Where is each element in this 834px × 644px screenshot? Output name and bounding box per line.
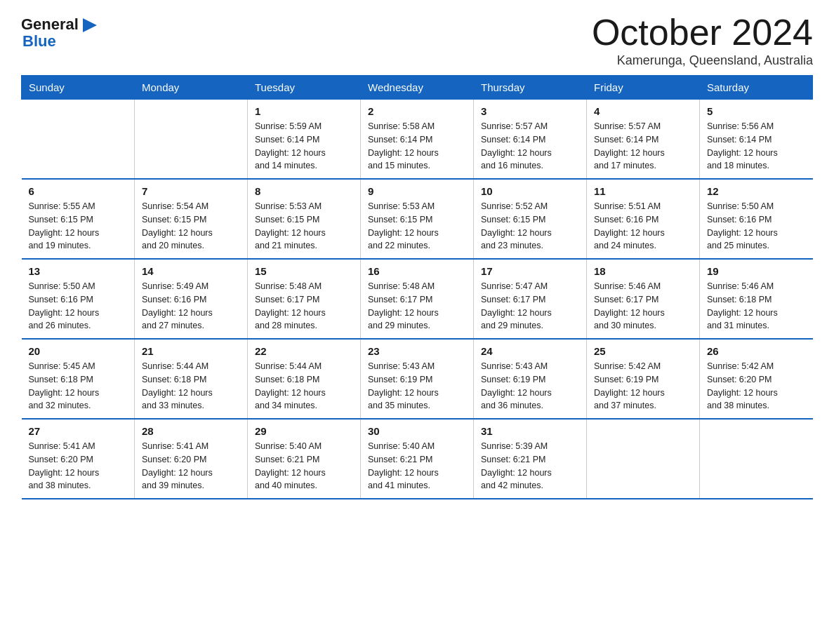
- calendar-week-3: 13Sunrise: 5:50 AMSunset: 6:16 PMDayligh…: [22, 259, 813, 339]
- day-info: Sunrise: 5:53 AMSunset: 6:15 PMDaylight:…: [368, 200, 466, 253]
- calendar-cell: 15Sunrise: 5:48 AMSunset: 6:17 PMDayligh…: [248, 259, 361, 339]
- calendar-cell: 7Sunrise: 5:54 AMSunset: 6:15 PMDaylight…: [135, 179, 248, 259]
- day-info: Sunrise: 5:55 AMSunset: 6:15 PMDaylight:…: [29, 200, 128, 253]
- calendar-week-4: 20Sunrise: 5:45 AMSunset: 6:18 PMDayligh…: [22, 339, 813, 419]
- calendar-cell: 10Sunrise: 5:52 AMSunset: 6:15 PMDayligh…: [474, 179, 587, 259]
- calendar-cell: 12Sunrise: 5:50 AMSunset: 6:16 PMDayligh…: [700, 179, 813, 259]
- calendar-cell: 31Sunrise: 5:39 AMSunset: 6:21 PMDayligh…: [474, 419, 587, 499]
- day-number: 17: [481, 265, 579, 277]
- day-number: 14: [142, 265, 240, 277]
- month-title: October 2024: [592, 14, 813, 51]
- calendar-cell: 3Sunrise: 5:57 AMSunset: 6:14 PMDaylight…: [474, 100, 587, 180]
- day-header-wednesday: Wednesday: [361, 76, 474, 100]
- day-info: Sunrise: 5:50 AMSunset: 6:16 PMDaylight:…: [707, 200, 806, 253]
- day-info: Sunrise: 5:48 AMSunset: 6:17 PMDaylight:…: [255, 280, 353, 333]
- calendar-cell: 29Sunrise: 5:40 AMSunset: 6:21 PMDayligh…: [248, 419, 361, 499]
- day-number: 18: [594, 265, 692, 277]
- day-header-saturday: Saturday: [700, 76, 813, 100]
- day-number: 1: [255, 105, 353, 117]
- day-info: Sunrise: 5:57 AMSunset: 6:14 PMDaylight:…: [594, 120, 692, 173]
- day-number: 27: [29, 425, 128, 437]
- day-number: 29: [255, 425, 353, 437]
- day-info: Sunrise: 5:56 AMSunset: 6:14 PMDaylight:…: [707, 120, 806, 173]
- calendar-cell: 28Sunrise: 5:41 AMSunset: 6:20 PMDayligh…: [135, 419, 248, 499]
- day-number: 16: [368, 265, 466, 277]
- day-header-monday: Monday: [135, 76, 248, 100]
- calendar-cell: 30Sunrise: 5:40 AMSunset: 6:21 PMDayligh…: [361, 419, 474, 499]
- calendar-cell: 18Sunrise: 5:46 AMSunset: 6:17 PMDayligh…: [587, 259, 700, 339]
- calendar-cell: 4Sunrise: 5:57 AMSunset: 6:14 PMDaylight…: [587, 100, 700, 180]
- logo-icon: [80, 15, 100, 35]
- day-number: 23: [368, 345, 466, 357]
- calendar-header-row: SundayMondayTuesdayWednesdayThursdayFrid…: [22, 76, 813, 100]
- day-number: 3: [481, 105, 579, 117]
- calendar-cell: 17Sunrise: 5:47 AMSunset: 6:17 PMDayligh…: [474, 259, 587, 339]
- calendar-cell: 5Sunrise: 5:56 AMSunset: 6:14 PMDaylight…: [700, 100, 813, 180]
- day-info: Sunrise: 5:43 AMSunset: 6:19 PMDaylight:…: [481, 360, 579, 412]
- calendar-cell: 26Sunrise: 5:42 AMSunset: 6:20 PMDayligh…: [700, 339, 813, 419]
- calendar-cell: 23Sunrise: 5:43 AMSunset: 6:19 PMDayligh…: [361, 339, 474, 419]
- day-number: 28: [142, 425, 240, 437]
- day-info: Sunrise: 5:47 AMSunset: 6:17 PMDaylight:…: [481, 280, 579, 333]
- day-info: Sunrise: 5:51 AMSunset: 6:16 PMDaylight:…: [594, 200, 692, 253]
- calendar-cell: 24Sunrise: 5:43 AMSunset: 6:19 PMDayligh…: [474, 339, 587, 419]
- day-number: 6: [29, 185, 128, 197]
- calendar-cell: 6Sunrise: 5:55 AMSunset: 6:15 PMDaylight…: [22, 179, 135, 259]
- day-info: Sunrise: 5:45 AMSunset: 6:18 PMDaylight:…: [29, 360, 128, 412]
- day-info: Sunrise: 5:50 AMSunset: 6:16 PMDaylight:…: [29, 280, 128, 333]
- calendar-week-5: 27Sunrise: 5:41 AMSunset: 6:20 PMDayligh…: [22, 419, 813, 499]
- day-number: 10: [481, 185, 579, 197]
- calendar-cell: 8Sunrise: 5:53 AMSunset: 6:15 PMDaylight…: [248, 179, 361, 259]
- day-info: Sunrise: 5:44 AMSunset: 6:18 PMDaylight:…: [255, 360, 353, 412]
- calendar-cell: 9Sunrise: 5:53 AMSunset: 6:15 PMDaylight…: [361, 179, 474, 259]
- day-header-tuesday: Tuesday: [248, 76, 361, 100]
- title-section: October 2024 Kamerunga, Queensland, Aust…: [592, 14, 813, 68]
- day-number: 24: [481, 345, 579, 357]
- day-header-sunday: Sunday: [22, 76, 135, 100]
- day-info: Sunrise: 5:57 AMSunset: 6:14 PMDaylight:…: [481, 120, 579, 173]
- day-number: 8: [255, 185, 353, 197]
- day-number: 13: [29, 265, 128, 277]
- day-number: 9: [368, 185, 466, 197]
- day-number: 12: [707, 185, 806, 197]
- day-info: Sunrise: 5:40 AMSunset: 6:21 PMDaylight:…: [368, 440, 466, 492]
- day-info: Sunrise: 5:59 AMSunset: 6:14 PMDaylight:…: [255, 120, 353, 173]
- day-number: 22: [255, 345, 353, 357]
- svg-marker-0: [83, 18, 97, 32]
- day-info: Sunrise: 5:46 AMSunset: 6:18 PMDaylight:…: [707, 280, 806, 333]
- calendar-cell: [22, 100, 135, 180]
- day-header-thursday: Thursday: [474, 76, 587, 100]
- calendar-table: SundayMondayTuesdayWednesdayThursdayFrid…: [21, 75, 813, 499]
- calendar-cell: 19Sunrise: 5:46 AMSunset: 6:18 PMDayligh…: [700, 259, 813, 339]
- day-info: Sunrise: 5:46 AMSunset: 6:17 PMDaylight:…: [594, 280, 692, 333]
- day-info: Sunrise: 5:52 AMSunset: 6:15 PMDaylight:…: [481, 200, 579, 253]
- day-info: Sunrise: 5:42 AMSunset: 6:20 PMDaylight:…: [707, 360, 806, 412]
- calendar-cell: 13Sunrise: 5:50 AMSunset: 6:16 PMDayligh…: [22, 259, 135, 339]
- day-info: Sunrise: 5:42 AMSunset: 6:19 PMDaylight:…: [594, 360, 692, 412]
- day-info: Sunrise: 5:43 AMSunset: 6:19 PMDaylight:…: [368, 360, 466, 412]
- day-number: 26: [707, 345, 806, 357]
- day-number: 7: [142, 185, 240, 197]
- logo: General Blue: [21, 14, 100, 51]
- page-header: General Blue October 2024 Kamerunga, Que…: [21, 14, 813, 68]
- calendar-cell: 1Sunrise: 5:59 AMSunset: 6:14 PMDaylight…: [248, 100, 361, 180]
- calendar-week-1: 1Sunrise: 5:59 AMSunset: 6:14 PMDaylight…: [22, 100, 813, 180]
- calendar-cell: 22Sunrise: 5:44 AMSunset: 6:18 PMDayligh…: [248, 339, 361, 419]
- calendar-cell: [135, 100, 248, 180]
- day-number: 21: [142, 345, 240, 357]
- day-number: 11: [594, 185, 692, 197]
- day-info: Sunrise: 5:48 AMSunset: 6:17 PMDaylight:…: [368, 280, 466, 333]
- calendar-cell: 16Sunrise: 5:48 AMSunset: 6:17 PMDayligh…: [361, 259, 474, 339]
- day-info: Sunrise: 5:53 AMSunset: 6:15 PMDaylight:…: [255, 200, 353, 253]
- day-info: Sunrise: 5:40 AMSunset: 6:21 PMDaylight:…: [255, 440, 353, 492]
- day-number: 31: [481, 425, 579, 437]
- day-number: 25: [594, 345, 692, 357]
- calendar-week-2: 6Sunrise: 5:55 AMSunset: 6:15 PMDaylight…: [22, 179, 813, 259]
- calendar-cell: [587, 419, 700, 499]
- calendar-cell: 20Sunrise: 5:45 AMSunset: 6:18 PMDayligh…: [22, 339, 135, 419]
- day-number: 15: [255, 265, 353, 277]
- day-number: 2: [368, 105, 466, 117]
- calendar-cell: 25Sunrise: 5:42 AMSunset: 6:19 PMDayligh…: [587, 339, 700, 419]
- day-info: Sunrise: 5:41 AMSunset: 6:20 PMDaylight:…: [29, 440, 128, 492]
- calendar-cell: 14Sunrise: 5:49 AMSunset: 6:16 PMDayligh…: [135, 259, 248, 339]
